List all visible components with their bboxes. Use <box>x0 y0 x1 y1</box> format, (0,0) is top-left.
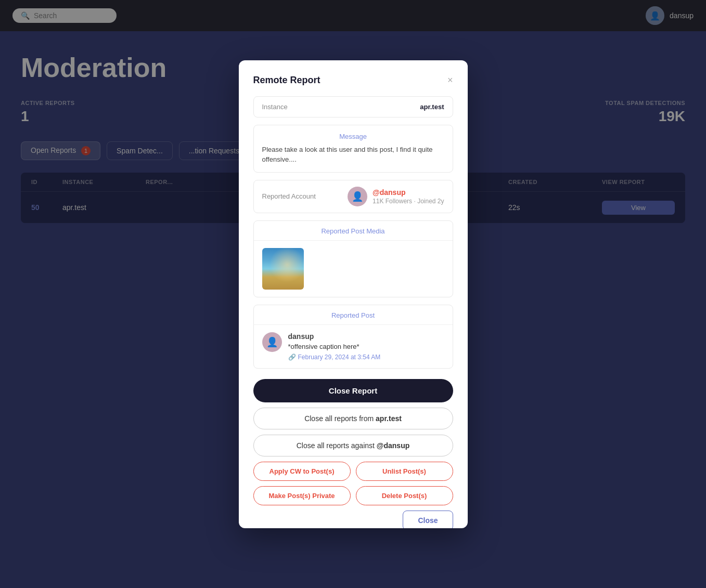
reported-account-name: @dansup <box>373 188 444 197</box>
message-text: Please take a look at this user and this… <box>262 145 444 165</box>
reported-account-card: Reported Account 👤 @dansup 11K Followers… <box>253 180 453 213</box>
modal-footer: Close <box>253 511 453 528</box>
reported-account-details: @dansup 11K Followers · Joined 2y <box>373 188 444 205</box>
media-thumbnail-image <box>262 248 304 290</box>
close-all-against-button[interactable]: Close all reports against @dansup <box>253 435 453 456</box>
reported-post-label: Reported Post <box>254 305 453 325</box>
close-all-against-user: @dansup <box>377 441 409 450</box>
modal-title: Remote Report <box>253 75 320 86</box>
link-icon: 🔗 <box>288 354 296 361</box>
message-label: Message <box>262 133 444 140</box>
close-modal-button[interactable]: Close <box>403 511 453 528</box>
reported-post-media-label: Reported Post Media <box>254 221 453 241</box>
close-all-against-pre: Close all reports against <box>297 441 377 450</box>
make-private-button[interactable]: Make Post(s) Private <box>253 486 351 505</box>
instance-value: apr.test <box>420 103 444 111</box>
post-timestamp: 🔗 February 29, 2024 at 3:54 AM <box>288 354 381 361</box>
timestamp-text: February 29, 2024 at 3:54 AM <box>298 354 381 361</box>
reported-account-meta: 11K Followers · Joined 2y <box>373 198 444 205</box>
post-caption: *offensive caption here* <box>288 343 381 350</box>
message-card: Message Please take a look at this user … <box>253 125 453 173</box>
reported-account-info: 👤 @dansup 11K Followers · Joined 2y <box>348 187 444 206</box>
close-all-from-button[interactable]: Close all reports from apr.test <box>253 408 453 429</box>
reported-account-avatar: 👤 <box>348 187 367 206</box>
unlist-button[interactable]: Unlist Post(s) <box>356 462 453 481</box>
instance-row: Instance apr.test <box>254 97 453 117</box>
close-all-from-pre: Close all reports from <box>304 414 376 423</box>
media-thumbnail <box>262 248 304 290</box>
joined-text: Joined 2y <box>417 198 444 205</box>
instance-label: Instance <box>262 103 288 111</box>
delete-button[interactable]: Delete Post(s) <box>356 486 453 505</box>
close-all-from-instance: apr.test <box>376 414 402 423</box>
post-username: dansup <box>288 332 381 341</box>
close-report-button[interactable]: Close Report <box>253 379 453 402</box>
followers-text: 11K Followers <box>373 198 412 205</box>
reported-post-media-card: Reported Post Media <box>253 220 453 297</box>
post-action-buttons: Apply CW to Post(s) Unlist Post(s) Make … <box>253 462 453 505</box>
modal-header: Remote Report × <box>253 75 453 86</box>
modal-close-x-button[interactable]: × <box>447 75 453 85</box>
post-avatar: 👤 <box>262 332 282 352</box>
post-body: dansup *offensive caption here* 🔗 Februa… <box>288 332 381 361</box>
reported-account-label: Reported Account <box>262 192 316 200</box>
reported-post-card: Reported Post 👤 dansup *offensive captio… <box>253 305 453 369</box>
apply-cw-button[interactable]: Apply CW to Post(s) <box>253 462 351 481</box>
instance-card: Instance apr.test <box>253 96 453 117</box>
post-content: 👤 dansup *offensive caption here* 🔗 Febr… <box>254 325 453 368</box>
modal-overlay: Remote Report × Instance apr.test Messag… <box>0 0 706 588</box>
remote-report-modal: Remote Report × Instance apr.test Messag… <box>239 60 468 528</box>
